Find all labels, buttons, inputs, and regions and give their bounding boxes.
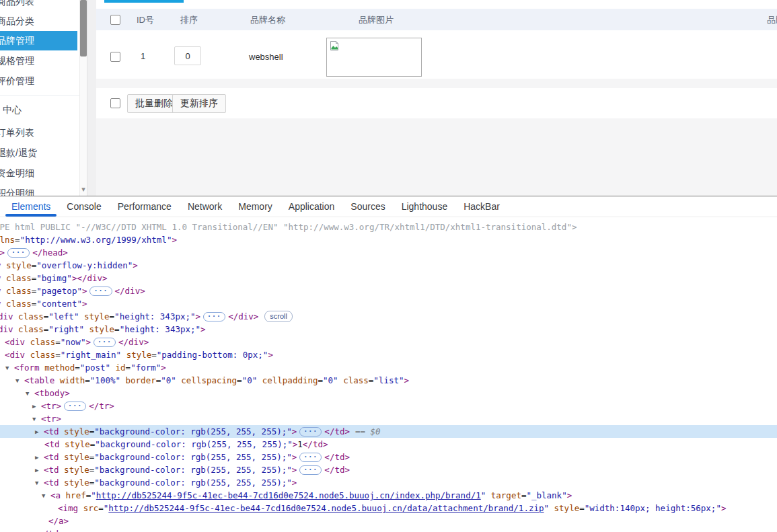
code-token: class (13, 324, 44, 334)
devtools-tab-hackbar[interactable]: HackBar (455, 196, 508, 217)
code-line[interactable]: d>···</head> (0, 246, 777, 259)
code-line[interactable]: v class="content"> (0, 297, 777, 310)
devtools-tab-lighthouse[interactable]: Lighthouse (394, 196, 456, 217)
code-line[interactable]: ▶<td style="background-color: rgb(255, 2… (0, 451, 777, 463)
brand-table-card: ID号排序品牌名称品牌图片品牌 1 webshell (96, 0, 777, 79)
code-token: "background-color: rgb(255, 255, 255);" (94, 426, 292, 436)
code-token: href (61, 490, 86, 500)
code-line[interactable]: div class="left" style="height: 343px;">… (0, 310, 777, 323)
brand-image-link[interactable] (326, 38, 422, 77)
sidebar-item[interactable]: 中心 (0, 100, 77, 120)
code-line[interactable]: div class="right" style="height: 343px;"… (0, 323, 777, 336)
collapse-arrow-icon[interactable]: ▼ (35, 477, 44, 490)
code-line[interactable]: ▼<tbody> (0, 387, 777, 400)
expand-node-button[interactable]: ··· (94, 338, 116, 347)
code-token: > (85, 337, 91, 347)
code-token: "background-color: rgb(255, 255, 255);" (94, 465, 292, 475)
sidebar-item[interactable]: 评价管理 (0, 71, 77, 91)
code-token: div (0, 311, 13, 321)
row-checkbox[interactable] (110, 52, 120, 62)
code-line[interactable]: </td> (0, 527, 777, 532)
code-line[interactable]: y style="overflow-y:hidden"> (0, 259, 777, 272)
code-token: class (1, 286, 32, 296)
expand-node-button[interactable]: ··· (299, 427, 322, 436)
expand-arrow-icon[interactable]: ▶ (35, 451, 44, 464)
sidebar-scrollbar-thumb[interactable] (80, 0, 87, 56)
code-line[interactable]: v class="pagetop">···</div> (0, 284, 777, 297)
code-line[interactable]: ▼<tr> (0, 412, 777, 425)
scroll-badge[interactable]: scroll (264, 311, 293, 322)
sidebar-item[interactable]: 品牌管理 (0, 31, 77, 50)
code-token: cellpadding (257, 375, 318, 385)
collapse-arrow-icon[interactable]: ▼ (5, 362, 14, 375)
code-token: > (268, 350, 273, 360)
column-header: 品牌名称 (250, 14, 285, 26)
code-token: <table (24, 375, 54, 385)
code-token: <img (58, 503, 78, 513)
devtools-tab-memory[interactable]: Memory (230, 196, 281, 217)
collapse-arrow-icon[interactable]: ▼ (32, 413, 41, 426)
expand-arrow-icon[interactable]: ▶ (35, 426, 44, 439)
code-line[interactable]: ▼<a href="http://db525244-9f5c-41ec-be44… (0, 489, 777, 502)
sidebar-item-label: 退款/退货 (0, 143, 37, 163)
code-line[interactable]: ▶<tr>···</tr> (0, 400, 777, 412)
code-line[interactable]: mlns="http://www.w3.org/1999/xhtml"> (0, 233, 777, 246)
scrollbar-down-arrow-icon[interactable]: ▾ (79, 184, 87, 194)
expand-node-button[interactable]: ··· (299, 465, 322, 475)
expand-node-button[interactable]: ··· (299, 453, 322, 462)
expand-node-button[interactable]: ··· (89, 287, 112, 296)
code-token: "form" (131, 363, 161, 373)
code-line[interactable]: ▼<td style="background-color: rgb(255, 2… (0, 476, 777, 489)
code-line[interactable]: v class="bgimg"></div> (0, 272, 777, 284)
main-content: ID号排序品牌名称品牌图片品牌 1 webshell 批量删除 更新排序 (96, 0, 777, 196)
code-token: <div (5, 337, 25, 347)
code-token: = (318, 375, 324, 385)
sidebar-item[interactable]: 商品分类 (0, 11, 77, 31)
code-line[interactable]: <img src="http://db525244-9f5c-41ec-be44… (0, 502, 777, 515)
code-line[interactable]: ▶<td style="background-color: rgb(255, 2… (0, 425, 777, 438)
sidebar-item[interactable]: 订单列表 (0, 123, 77, 143)
code-line[interactable]: <div class="now">···</div> (0, 336, 777, 348)
code-line[interactable]: </a> (0, 515, 777, 527)
devtools-tab-console[interactable]: Console (59, 196, 109, 217)
expand-node-button[interactable]: ··· (203, 312, 225, 321)
code-token: "right" (48, 324, 84, 334)
code-line[interactable]: ▼<form method="post" id="form"> (0, 361, 777, 374)
code-token: "height: 343px;" (120, 324, 200, 334)
code-line[interactable]: ▶<td style="background-color: rgb(255, 2… (0, 463, 777, 476)
sidebar-item[interactable]: 资金明细 (0, 163, 77, 183)
code-token: "_blank" (526, 490, 566, 500)
code-token: </a> (48, 516, 69, 526)
collapse-arrow-icon[interactable]: ▼ (15, 375, 24, 387)
expand-node-button[interactable]: ··· (7, 248, 30, 258)
collapse-arrow-icon[interactable]: ▼ (26, 387, 34, 400)
collapse-arrow-icon[interactable]: ▼ (0, 349, 5, 362)
expand-arrow-icon[interactable]: ▶ (35, 464, 44, 477)
devtools-tab-elements[interactable]: Elements (3, 196, 59, 217)
collapse-arrow-icon[interactable]: ▼ (42, 490, 50, 502)
code-token: "background-color: rgb(255, 255, 255);" (94, 452, 292, 462)
code-token: > (196, 311, 201, 321)
devtools-tab-sources[interactable]: Sources (342, 196, 393, 217)
sidebar-item[interactable]: 积分明细 (0, 184, 77, 196)
expand-arrow-icon[interactable]: ▶ (32, 400, 41, 413)
code-token: > (82, 286, 87, 296)
code-line[interactable]: ▼<table width="100%" border="0" cellspac… (0, 374, 777, 387)
sidebar-item[interactable]: 退款/退货 (0, 143, 77, 163)
devtools-tab-performance[interactable]: Performance (110, 196, 180, 217)
code-token: </tr> (89, 401, 114, 411)
update-sort-button[interactable]: 更新排序 (172, 94, 226, 113)
sidebar-item[interactable]: 规格管理 (0, 51, 77, 71)
code-line[interactable]: <td style="background-color: rgb(255, 25… (0, 438, 777, 451)
sidebar-item[interactable]: 商品列表 (0, 0, 77, 11)
devtools-tab-application[interactable]: Application (281, 196, 343, 217)
code-line[interactable]: YPE html PUBLIC "-//W3C//DTD XHTML 1.0 T… (0, 221, 777, 233)
batch-select-checkbox[interactable] (110, 98, 120, 108)
select-all-checkbox[interactable] (110, 15, 120, 25)
devtools-tab-network[interactable]: Network (180, 196, 230, 217)
code-token: > (292, 478, 297, 488)
code-token: class (1, 273, 32, 283)
sort-input[interactable] (174, 46, 201, 65)
expand-node-button[interactable]: ··· (64, 402, 86, 411)
code-line[interactable]: ▼<div class="right_main" style="padding-… (0, 348, 777, 361)
